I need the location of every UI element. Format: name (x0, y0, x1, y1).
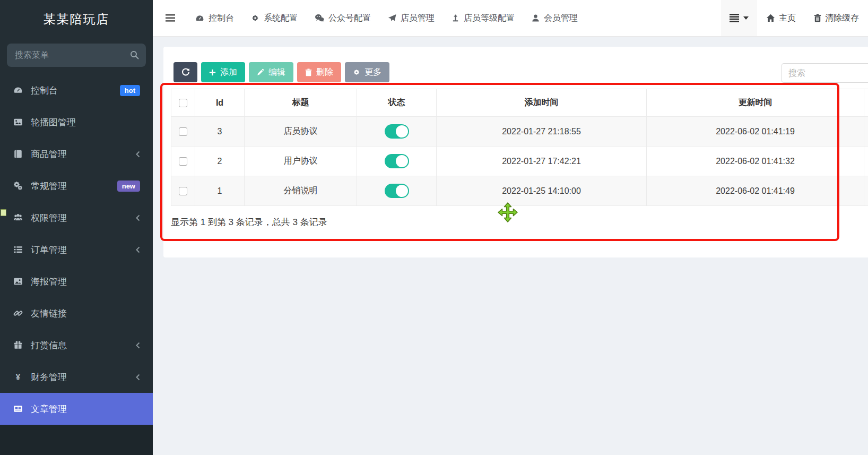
app-title: 某某陪玩店 (0, 0, 153, 38)
nav-item-member-management[interactable]: 会员管理 (532, 13, 578, 24)
column-header-extra (864, 89, 868, 117)
home-icon (766, 14, 775, 22)
nav-item-system-config[interactable]: 系统配置 (251, 13, 298, 24)
sidebar-item-console[interactable]: 控制台 hot (0, 74, 153, 106)
cell-created: 2022-01-27 17:42:21 (437, 147, 647, 176)
add-button[interactable]: 添加 (201, 62, 245, 82)
yen-icon: ¥ (13, 372, 23, 382)
book-icon (13, 149, 23, 159)
column-header-created[interactable]: 添加时间 (437, 89, 647, 117)
table-row: 1 分销说明 2022-01-25 14:10:00 2022-06-02 01… (171, 176, 868, 206)
status-toggle[interactable] (385, 154, 409, 168)
nav-home[interactable]: 主页 (757, 13, 805, 24)
chevron-left-icon (136, 214, 140, 221)
nav-clear-cache-label: 清除缓存 (825, 13, 859, 24)
cell-created: 2022-01-25 14:10:00 (437, 176, 647, 206)
cell-created: 2022-01-27 21:18:55 (437, 117, 647, 147)
nav-right: 主页 清除缓存 (721, 0, 868, 36)
trash-icon (305, 68, 312, 76)
select-all-checkbox[interactable] (179, 99, 187, 107)
cell-id: 3 (195, 117, 245, 147)
list-menu-icon (730, 14, 740, 22)
table-search-input[interactable] (782, 63, 868, 83)
nav-item-label: 店员管理 (401, 13, 435, 24)
row-checkbox[interactable] (179, 157, 187, 166)
column-header-updated[interactable]: 更新时间 (647, 89, 864, 117)
status-toggle[interactable] (385, 184, 409, 198)
records-summary: 显示第 1 到第 3 条记录，总共 3 条记录 (171, 216, 327, 228)
user-icon (532, 14, 540, 22)
content-panel: 添加 编辑 删除 更多 Id 标题 状态 添加时间 更新时间 (163, 47, 868, 257)
sidebar-item-label: 常规管理 (31, 180, 67, 192)
sidebar-search-input[interactable] (7, 44, 146, 67)
column-header-id[interactable]: Id (195, 89, 245, 117)
caret-down-icon (743, 16, 749, 20)
nav-clear-cache[interactable]: 清除缓存 (805, 13, 868, 24)
toggle-knob (396, 155, 408, 167)
more-button[interactable]: 更多 (345, 62, 389, 82)
link-icon (13, 308, 23, 318)
trash-icon (814, 14, 821, 22)
nav-item-console[interactable]: 控制台 (195, 13, 234, 24)
gears-icon (13, 181, 23, 191)
nav-item-wechat-config[interactable]: 公众号配置 (315, 13, 371, 24)
nav-item-label: 控制台 (209, 13, 234, 24)
sidebar-item-general[interactable]: 常规管理 new (0, 170, 153, 202)
table-row: 2 用户协议 2022-01-27 17:42:21 2022-06-02 01… (171, 147, 868, 176)
sidebar-item-reward[interactable]: 打赏信息 (0, 329, 153, 361)
cell-extra (864, 176, 868, 206)
row-checkbox[interactable] (179, 187, 187, 195)
sidebar-item-goods[interactable]: 商品管理 (0, 138, 153, 170)
add-button-label: 添加 (220, 67, 237, 78)
sidebar-search (7, 44, 146, 67)
toggle-knob (396, 125, 408, 138)
nav-home-label: 主页 (779, 13, 796, 24)
nav-item-clerk-level-config[interactable]: 店员等级配置 (452, 13, 515, 24)
sidebar-menu: 控制台 hot 轮播图管理 商品管理 常规管理 new 权限管理 订单管理 (0, 74, 153, 425)
chevron-left-icon (136, 342, 140, 349)
column-header-title[interactable]: 标题 (245, 89, 357, 117)
sidebar: 某某陪玩店 控制台 hot 轮播图管理 商品管理 常规管理 new 权限管理 (0, 0, 153, 455)
nav-item-label: 公众号配置 (328, 13, 371, 24)
cell-extra (864, 147, 868, 176)
new-badge: new (117, 181, 140, 192)
row-checkbox[interactable] (179, 127, 187, 136)
svg-text:¥: ¥ (16, 373, 21, 382)
edit-button-label: 编辑 (268, 67, 285, 78)
users-icon (13, 213, 23, 222)
edit-button[interactable]: 编辑 (249, 62, 293, 82)
column-header-status[interactable]: 状态 (357, 89, 437, 117)
sidebar-item-orders[interactable]: 订单管理 (0, 234, 153, 265)
refresh-button[interactable] (173, 62, 197, 82)
sidebar-item-label: 文章管理 (31, 403, 67, 415)
plus-icon (209, 69, 216, 76)
cell-id: 1 (195, 176, 245, 206)
articles-table: Id 标题 状态 添加时间 更新时间 3 店员协议 2022-01-27 21:… (171, 89, 868, 206)
cell-title: 用户协议 (245, 147, 357, 176)
delete-button-label: 删除 (316, 67, 333, 78)
green-marker-square (1, 209, 6, 216)
nav-item-label: 店员等级配置 (464, 13, 515, 24)
sidebar-item-links[interactable]: 友情链接 (0, 297, 153, 329)
nav-items: 控制台 系统配置 公众号配置 店员管理 店员等级配置 会员管理 (195, 13, 578, 24)
image-icon (13, 117, 23, 127)
nav-list-dropdown[interactable] (721, 0, 757, 36)
sidebar-item-finance[interactable]: ¥ 财务管理 (0, 361, 153, 393)
sidebar-item-label: 商品管理 (31, 148, 67, 160)
top-navbar: 控制台 系统配置 公众号配置 店员管理 店员等级配置 会员管理 (153, 0, 868, 37)
sidebar-item-banner[interactable]: 轮播图管理 (0, 106, 153, 138)
nav-item-clerk-management[interactable]: 店员管理 (388, 13, 435, 24)
paper-plane-icon (388, 14, 396, 22)
sidebar-item-articles[interactable]: 文章管理 (0, 393, 153, 425)
wechat-icon (315, 14, 324, 22)
newspaper-icon (13, 404, 23, 414)
sidebar-item-poster[interactable]: 海报管理 (0, 265, 153, 297)
sidebar-item-label: 友情链接 (31, 307, 67, 320)
delete-button[interactable]: 删除 (297, 62, 341, 82)
level-up-icon (452, 14, 459, 22)
poster-icon (13, 277, 23, 286)
status-toggle[interactable] (385, 124, 409, 139)
sidebar-item-permission[interactable]: 权限管理 (0, 202, 153, 234)
chevron-left-icon (136, 151, 140, 158)
menu-toggle-icon[interactable] (166, 14, 175, 22)
